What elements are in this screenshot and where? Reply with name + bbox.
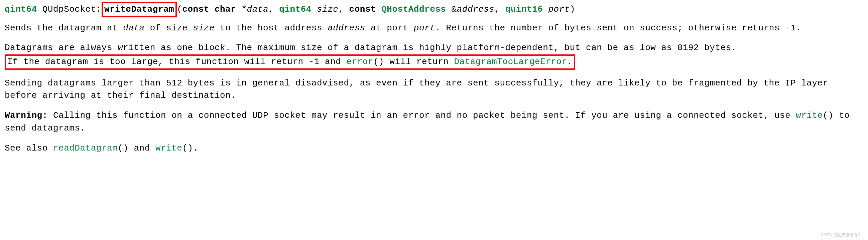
sep1: , [269, 4, 279, 14]
param2-name: size [317, 4, 338, 14]
error-link[interactable]: error [346, 57, 373, 67]
datagram-too-large-error-link[interactable]: DatagramTooLargeError [454, 57, 567, 67]
param1-name: data [247, 4, 269, 14]
para-2: Datagrams are always written as one bloc… [5, 42, 863, 69]
param-size: size [193, 23, 215, 33]
method-name: writeDatagram [104, 4, 174, 14]
text: () will return [373, 57, 454, 67]
param4-type: quint16 [505, 4, 543, 14]
param1-type: char [215, 4, 236, 14]
param-address: address [328, 23, 365, 33]
sep3: , [494, 4, 505, 14]
para-3: Sending datagrams larger than 512 bytes … [5, 77, 863, 102]
text: See also [5, 143, 53, 153]
highlight-datagram-too-large: If the datagram is too large, this funct… [5, 55, 575, 70]
ptr-op: * [241, 4, 247, 14]
param2-type: qint64 [279, 4, 311, 14]
text: to the host address [215, 23, 328, 33]
text: . Returns the number of bytes sent on su… [435, 23, 801, 33]
write-link-2[interactable]: write [155, 143, 183, 153]
sep2: , [338, 4, 349, 14]
const-kw-2: const [349, 4, 376, 14]
text: () and [118, 143, 155, 153]
text: Datagrams are always written as one bloc… [5, 43, 737, 53]
text: Calling this function on a connected UDP… [48, 110, 796, 121]
doc-page: qint64 QUdpSocket:writeDatagram(const ch… [0, 0, 868, 161]
warning-label: Warning: [5, 110, 48, 121]
class-name: QUdpSocket [42, 4, 96, 14]
readdatagram-link[interactable]: readDatagram [53, 143, 118, 153]
param-data: data [123, 23, 145, 33]
text: of size [145, 23, 193, 33]
paren-open: ( [177, 4, 182, 14]
para-5-see-also: See also readDatagram() and write(). [5, 142, 863, 155]
ref-op: & [452, 4, 457, 14]
text: (). [182, 143, 198, 153]
param-port: port [414, 23, 435, 33]
param3-name: address [457, 4, 495, 14]
text: at port [365, 23, 414, 33]
return-type: qint64 [5, 4, 37, 14]
method-name-highlight: writeDatagram [102, 2, 177, 18]
write-link-1[interactable]: write [796, 110, 823, 121]
text: . [567, 57, 572, 67]
param4-name: port [548, 4, 569, 14]
paren-close: ) [570, 4, 575, 14]
const-kw-1: const [182, 4, 209, 14]
para-1: Sends the datagram at data of size size … [5, 22, 863, 35]
text: Sends the datagram at [5, 23, 123, 33]
scope-op: : [96, 4, 102, 14]
text: If the datagram is too large, this funct… [7, 57, 346, 67]
param3-type-link[interactable]: QHostAddress [381, 4, 446, 14]
para-4-warning: Warning: Calling this function on a conn… [5, 109, 863, 135]
function-signature: qint64 QUdpSocket:writeDatagram(const ch… [5, 2, 863, 18]
